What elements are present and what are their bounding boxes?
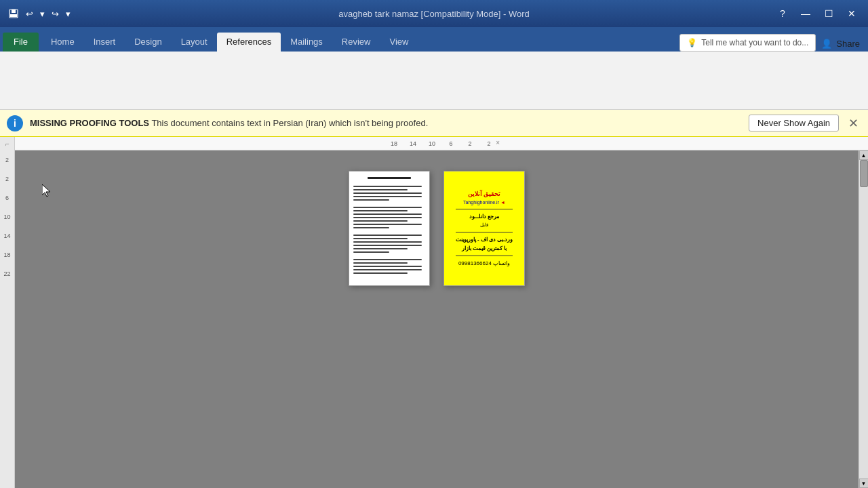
ruler-num: 10 (422, 140, 441, 147)
text-line-title (368, 177, 411, 179)
text-line (353, 259, 422, 260)
svg-rect-1 (12, 9, 16, 13)
ruler-vert-num: 2 (5, 169, 9, 188)
notification-close-button[interactable]: ✕ (846, 116, 861, 131)
ruler-num: 2 (460, 140, 479, 147)
ad-line3: وردـبی دی اف - پاورپوینت (456, 237, 513, 243)
text-line (353, 214, 422, 215)
tab-view[interactable]: View (380, 33, 418, 52)
mouse-cursor (42, 184, 52, 201)
text-line (353, 189, 408, 190)
text-line (353, 207, 422, 208)
text-line (353, 210, 408, 211)
document-area[interactable]: تحقیق آنلاین Tahghighonline.ir ◄ مرجع دا… (15, 150, 859, 488)
text-line (353, 272, 408, 274)
notification-text: MISSING PROOFING TOOLS This document con… (30, 118, 742, 128)
quick-access-toolbar: ↩ ▾ ↪ ▾ (5, 7, 73, 20)
tab-design[interactable]: Design (125, 33, 171, 52)
maximize-button[interactable]: ☐ (818, 4, 840, 23)
tab-file[interactable]: File (3, 33, 39, 52)
title-bar: ↩ ▾ ↪ ▾ avagheb tark namaz [Compatibilit… (0, 0, 868, 27)
ruler-num: 6 (441, 140, 460, 147)
main-area: 2 2 6 10 14 18 22 (0, 150, 868, 488)
text-line (353, 196, 422, 197)
ad-line2: فایل (480, 222, 488, 228)
scroll-track[interactable] (859, 160, 868, 479)
text-line (353, 269, 422, 270)
text-line (353, 245, 422, 246)
text-line (353, 220, 408, 222)
ruler-corner: ⌐ (0, 137, 15, 150)
ad-phone: 09981366624 واتساپ (458, 260, 510, 266)
page1-content (349, 171, 429, 285)
ad-line4: با کمترین قیمت بازار (462, 245, 507, 251)
help-button[interactable]: ? (772, 4, 793, 23)
tab-review[interactable]: Review (332, 33, 380, 52)
minimize-button[interactable]: — (795, 4, 816, 23)
text-line (353, 238, 408, 239)
text-line (353, 235, 422, 236)
ruler-num: 14 (403, 140, 422, 147)
close-button[interactable]: ✕ (841, 4, 863, 23)
document-page-2: تحقیق آنلاین Tahghighonline.ir ◄ مرجع دا… (443, 171, 525, 286)
text-line (353, 251, 389, 253)
vertical-ruler: 2 2 6 10 14 18 22 (0, 150, 15, 488)
page2-ad-content: تحقیق آنلاین Tahghighonline.ir ◄ مرجع دا… (444, 171, 524, 285)
ruler-top: 18 14 10 6 2 2 × (15, 137, 868, 150)
lightbulb-icon: 💡 (687, 38, 697, 47)
ad-title: تحقیق آنلاین (468, 190, 501, 197)
title-bar-left: ↩ ▾ ↪ ▾ (5, 7, 73, 20)
undo-button[interactable]: ↩ (23, 7, 36, 20)
tab-mailings[interactable]: Mailings (281, 33, 332, 52)
save-button[interactable] (5, 7, 22, 20)
tell-me-input[interactable]: 💡 Tell me what you want to do... (679, 34, 816, 52)
notification-title: MISSING PROOFING TOOLS (30, 118, 149, 128)
ribbon-content (0, 52, 868, 110)
ruler-vert-num: 22 (3, 264, 10, 283)
text-line (353, 224, 422, 225)
ruler-vert-num: 6 (5, 188, 9, 207)
pages-container: تحقیق آنلاین Tahghighonline.ir ◄ مرجع دا… (349, 171, 525, 286)
horizontal-ruler: ⌐ 18 14 10 6 2 2 × (0, 137, 868, 150)
ruler-vert-num: 18 (3, 245, 10, 264)
vertical-ruler-numbers: 2 2 6 10 14 18 22 (0, 150, 14, 283)
vertical-scrollbar[interactable]: ▲ ▼ (859, 150, 868, 488)
ruler-vert-num: 2 (5, 150, 9, 169)
text-line (353, 248, 408, 249)
tab-references[interactable]: References (217, 33, 281, 52)
scroll-thumb[interactable] (860, 160, 868, 187)
undo-dropdown-button[interactable]: ▾ (37, 7, 47, 20)
scroll-down-button[interactable]: ▼ (859, 479, 869, 488)
text-line (353, 186, 422, 187)
ad-line1: مرجع دانلـــود (469, 214, 499, 220)
ruler-num: 2 × (479, 140, 498, 147)
scroll-up-button[interactable]: ▲ (859, 150, 869, 160)
ad-site: Tahghighonline.ir ◄ (463, 200, 505, 205)
ribbon-tabs: File Home Insert Design Layout Reference… (0, 27, 868, 52)
svg-rect-2 (10, 14, 17, 17)
ruler-numbers: 18 14 10 6 2 2 × (384, 140, 498, 147)
tab-home[interactable]: Home (41, 33, 84, 52)
text-line (353, 192, 422, 194)
text-line (353, 241, 422, 243)
document-page-1 (349, 171, 430, 286)
ruler-num: 18 (384, 140, 403, 147)
text-line (353, 266, 422, 267)
text-line (353, 217, 422, 218)
share-button[interactable]: 👤 Share (816, 36, 865, 52)
more-button[interactable]: ▾ (63, 7, 73, 20)
tab-insert[interactable]: Insert (84, 33, 125, 52)
text-line (353, 262, 408, 264)
notification-bar: i MISSING PROOFING TOOLS This document c… (0, 110, 868, 137)
person-icon: 👤 (821, 39, 832, 49)
info-icon: i (7, 115, 23, 131)
text-line (353, 199, 389, 201)
title-bar-controls: ? — ☐ ✕ (772, 4, 863, 23)
window-title: avagheb tark namaz [Compatibility Mode] … (338, 9, 530, 19)
page1-text-lines (353, 177, 425, 274)
never-show-again-button[interactable]: Never Show Again (749, 115, 839, 131)
ruler-vert-num: 14 (3, 226, 10, 245)
tab-layout[interactable]: Layout (172, 33, 217, 52)
redo-button[interactable]: ↪ (49, 7, 62, 20)
ruler-vert-num: 10 (3, 207, 10, 226)
